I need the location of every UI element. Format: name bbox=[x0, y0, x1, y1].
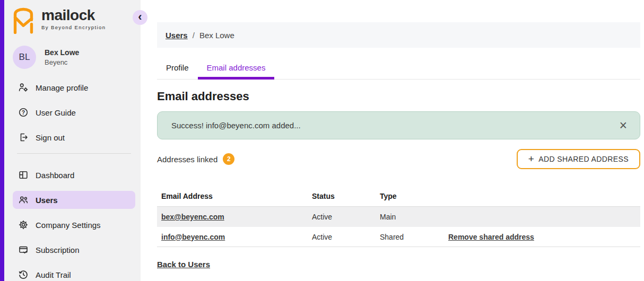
type-cell: Shared bbox=[380, 233, 448, 241]
header-email-address: Email Address bbox=[161, 192, 312, 200]
left-accent-bar bbox=[0, 0, 4, 281]
breadcrumb-link-users[interactable]: Users bbox=[166, 31, 188, 40]
brand-tagline: By Beyond Encryption bbox=[41, 24, 106, 30]
sidebar-menu: Manage profile ? User Guide Sign out bbox=[13, 78, 135, 281]
close-icon: × bbox=[619, 118, 627, 133]
back-to-users-link[interactable]: Back to Users bbox=[157, 260, 210, 269]
sidebar-item-user-guide[interactable]: ? User Guide bbox=[13, 103, 135, 121]
email-link[interactable]: info@beyenc.com bbox=[161, 233, 225, 241]
close-banner-button[interactable]: × bbox=[619, 119, 627, 132]
table-row: info@beyenc.com Active Shared Remove sha… bbox=[157, 227, 640, 247]
tab-profile[interactable]: Profile bbox=[157, 63, 198, 79]
users-icon bbox=[18, 195, 29, 205]
chevron-left-icon: ‹ bbox=[138, 11, 142, 23]
sidebar-collapse-button[interactable]: ‹ bbox=[133, 10, 147, 25]
tab-email-addresses[interactable]: Email addresses bbox=[198, 63, 275, 79]
plus-icon: + bbox=[528, 154, 535, 164]
addresses-linked-label: Addresses linked bbox=[157, 155, 217, 164]
sidebar-item-label: User Guide bbox=[36, 108, 76, 117]
type-cell: Main bbox=[380, 213, 448, 221]
dashboard-icon bbox=[18, 170, 29, 180]
main-content: Users / Bex Lowe Profile Email addresses… bbox=[141, 0, 644, 281]
table-row: bex@beyenc.com Active Main bbox=[157, 207, 640, 227]
sidebar-divider bbox=[17, 153, 131, 154]
email-addresses-table: Email Address Status Type bex@beyenc.com… bbox=[157, 186, 640, 247]
person-gear-icon bbox=[18, 82, 29, 93]
breadcrumb-separator: / bbox=[193, 31, 195, 40]
brand-logo: mailock By Beyond Encryption bbox=[12, 5, 106, 34]
sidebar-item-label: Dashboard bbox=[36, 171, 74, 180]
question-circle-icon: ? bbox=[18, 107, 29, 118]
sidebar-item-label: Company Settings bbox=[36, 221, 101, 230]
svg-text:?: ? bbox=[22, 109, 25, 116]
breadcrumb: Users / Bex Lowe bbox=[157, 22, 640, 48]
history-icon bbox=[18, 269, 29, 280]
addresses-toolbar: Addresses linked 2 + ADD SHARED ADDRESS bbox=[157, 149, 640, 169]
sidebar-item-subscription[interactable]: Subscription bbox=[13, 241, 135, 259]
header-status: Status bbox=[312, 192, 380, 200]
sidebar-item-users[interactable]: Users bbox=[13, 191, 135, 209]
header-type: Type bbox=[380, 192, 448, 200]
table-header-row: Email Address Status Type bbox=[157, 186, 640, 207]
success-banner: Success! info@beyenc.com added... × bbox=[157, 111, 640, 139]
sign-out-icon bbox=[18, 132, 29, 143]
sidebar-item-company-settings[interactable]: Company Settings bbox=[13, 216, 135, 234]
sidebar-item-label: Manage profile bbox=[36, 83, 88, 92]
addresses-count-badge: 2 bbox=[223, 153, 234, 165]
sidebar-item-label: Subscription bbox=[36, 245, 80, 254]
user-company: Beyenc bbox=[45, 58, 79, 66]
app-window: mailock By Beyond Encryption BL Bex Lowe… bbox=[0, 0, 644, 281]
user-name: Bex Lowe bbox=[45, 48, 79, 57]
add-shared-address-label: ADD SHARED ADDRESS bbox=[538, 155, 629, 163]
status-cell: Active bbox=[312, 213, 380, 221]
success-message: Success! info@beyenc.com added... bbox=[171, 121, 301, 130]
mailock-logo-icon bbox=[12, 5, 35, 34]
breadcrumb-current: Bex Lowe bbox=[199, 31, 234, 40]
sidebar-item-audit-trail[interactable]: Audit Trail bbox=[13, 266, 135, 281]
add-shared-address-button[interactable]: + ADD SHARED ADDRESS bbox=[517, 149, 640, 169]
sidebar-item-label: Sign out bbox=[36, 133, 65, 142]
card-check-icon bbox=[18, 244, 29, 255]
sidebar-item-dashboard[interactable]: Dashboard bbox=[13, 166, 135, 184]
avatar: BL bbox=[13, 46, 36, 69]
status-cell: Active bbox=[312, 233, 380, 241]
sidebar-item-sign-out[interactable]: Sign out bbox=[13, 128, 135, 146]
tab-bar: Profile Email addresses bbox=[157, 63, 640, 80]
remove-shared-address-link[interactable]: Remove shared address bbox=[448, 233, 534, 241]
sidebar-item-manage-profile[interactable]: Manage profile bbox=[13, 78, 135, 96]
brand-name: mailock bbox=[41, 8, 106, 23]
user-card: BL Bex Lowe Beyenc bbox=[13, 46, 79, 69]
sidebar-item-label: Audit Trail bbox=[36, 270, 71, 279]
sidebar: mailock By Beyond Encryption BL Bex Lowe… bbox=[4, 0, 141, 281]
sidebar-item-label: Users bbox=[36, 196, 58, 205]
page-title: Email addresses bbox=[157, 90, 644, 103]
email-link[interactable]: bex@beyenc.com bbox=[161, 213, 224, 221]
gear-icon bbox=[18, 219, 29, 230]
